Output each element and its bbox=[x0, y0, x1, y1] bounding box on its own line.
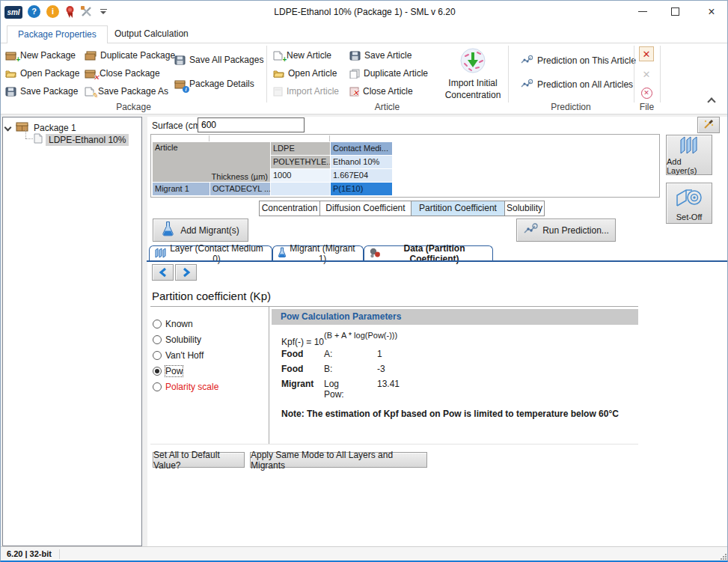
duplicate-article-button[interactable]: Duplicate Article bbox=[349, 66, 428, 81]
open-article-button[interactable]: Open Article bbox=[273, 66, 337, 81]
tab-package-properties[interactable]: Package Properties bbox=[7, 25, 108, 43]
radio-pow-selected[interactable]: Pow bbox=[153, 365, 183, 377]
layer-header-cell[interactable]: LDPE bbox=[271, 142, 330, 155]
divider bbox=[269, 307, 269, 445]
radio-icon[interactable] bbox=[153, 320, 162, 329]
window-close-button[interactable]: × bbox=[703, 4, 721, 20]
ribbon-divider bbox=[266, 46, 267, 103]
title-bar: sml ? i LDPE-Ethanol 10% (Package 1) - S… bbox=[1, 1, 728, 23]
window-minimize-button[interactable] bbox=[638, 11, 647, 12]
nav-forward-button[interactable] bbox=[175, 264, 197, 281]
add-migrants-button[interactable]: Add Migrant(s) bbox=[153, 219, 248, 242]
save-all-icon bbox=[174, 55, 186, 65]
new-article-button[interactable]: + New Article bbox=[273, 48, 331, 63]
app-window: sml ? i LDPE-Ethanol 10% (Package 1) - S… bbox=[0, 0, 728, 562]
radio-solubility[interactable]: Solubility bbox=[153, 334, 201, 346]
pow-note: Note: The estimation of Kpf based on Pow… bbox=[281, 409, 619, 419]
duplicate-package-button[interactable]: Duplicate Package bbox=[85, 48, 175, 63]
contact-name-cell[interactable]: Ethanol 10% bbox=[331, 156, 392, 168]
wizard-button[interactable] bbox=[697, 117, 720, 133]
group-label-prediction: Prediction bbox=[508, 102, 634, 113]
tree-item-article[interactable]: LDPE-Ethanol 10% bbox=[34, 133, 129, 146]
radio-icon-selected[interactable] bbox=[153, 367, 162, 376]
duplicate-page-icon bbox=[349, 69, 360, 79]
kp-heading: Partition coefficient (Kp) bbox=[152, 290, 271, 302]
page-import-icon bbox=[273, 87, 283, 97]
prediction-all-articles-button[interactable]: Prediction on All Articles bbox=[520, 77, 633, 92]
nav-back-button[interactable] bbox=[152, 264, 174, 281]
import-initial-concentration-button[interactable]: Import Initial Concentration bbox=[438, 46, 508, 101]
save-article-button[interactable]: Save Article bbox=[349, 48, 412, 63]
article-page-icon bbox=[34, 133, 43, 146]
layers-icon bbox=[679, 135, 700, 156]
save-package-as-button[interactable]: ✎ Save Package As bbox=[85, 84, 168, 99]
tab-concentration[interactable]: Concentration bbox=[259, 201, 320, 216]
table-corner-cell bbox=[331, 135, 392, 141]
migrant-name-cell[interactable]: Migrant 1 bbox=[153, 183, 209, 195]
subtab-layer[interactable]: Layer (Contact Medium 0) bbox=[149, 245, 272, 261]
contact-volume-cell[interactable]: 1.667E04 bbox=[331, 169, 392, 182]
open-package-button[interactable]: Open Package bbox=[5, 66, 79, 81]
flask-icon bbox=[278, 247, 287, 260]
group-label-package: Package bbox=[1, 102, 266, 113]
window-maximize-button[interactable] bbox=[671, 7, 679, 16]
close-package-button[interactable]: ✕ Close Package bbox=[85, 66, 160, 81]
subtab-data[interactable]: Data (Partition Coefficient) bbox=[364, 245, 493, 261]
tree-expand-icon[interactable] bbox=[4, 124, 12, 132]
save-all-packages-button[interactable]: Save All Packages bbox=[174, 52, 263, 67]
layer-thickness-cell[interactable]: 1000 bbox=[271, 169, 330, 182]
migrant-layer-cell[interactable] bbox=[271, 183, 330, 195]
set-off-button[interactable]: Set-Off bbox=[666, 183, 712, 224]
surface-input[interactable] bbox=[198, 117, 305, 132]
pow-parameters-header: Pow Calculation Parameters bbox=[272, 309, 638, 325]
tree-item-package[interactable]: Package 1 bbox=[5, 121, 76, 134]
ribbon-tab-row: Package Properties Output Calculation × bbox=[1, 23, 728, 43]
tab-partition-coefficient[interactable]: Partition Coefficient bbox=[411, 201, 505, 216]
radio-icon[interactable] bbox=[153, 335, 162, 344]
group-label-article: Article bbox=[266, 102, 508, 113]
prediction-chart-icon bbox=[523, 223, 538, 237]
tree-item-label: Package 1 bbox=[34, 123, 76, 133]
migrant-substance-cell[interactable]: OCTADECYL ... bbox=[210, 183, 270, 195]
file-close-red-icon[interactable]: ✕ bbox=[639, 46, 654, 61]
radio-known[interactable]: Known bbox=[153, 318, 193, 330]
radio-vant-hoff[interactable]: Van't Hoff bbox=[153, 349, 204, 361]
radio-icon[interactable] bbox=[153, 351, 162, 360]
table-corner-cell bbox=[210, 135, 270, 141]
group-label-file: File bbox=[634, 102, 660, 113]
import-article-button: Import Article bbox=[273, 84, 339, 99]
contact-medium-header-cell[interactable]: Contact Medi... bbox=[331, 142, 392, 155]
article-header-cell: Article Thickness (µm) bbox=[153, 142, 270, 182]
save-package-button[interactable]: Save Package bbox=[5, 84, 78, 99]
migrant-partition-cell-selected[interactable]: P(1E10) bbox=[331, 183, 392, 195]
save-icon bbox=[349, 51, 361, 61]
prediction-this-article-button[interactable]: Prediction on This Article bbox=[520, 53, 636, 68]
new-package-button[interactable]: + New Package bbox=[5, 48, 76, 63]
package-details-button[interactable]: i Package Details bbox=[174, 76, 254, 91]
ribbon-divider bbox=[634, 46, 634, 103]
window-title: LDPE-Ethanol 10% (Package 1) - SML v 6.2… bbox=[1, 7, 728, 17]
layer-material-cell[interactable]: POLYETHYLE... bbox=[271, 156, 330, 168]
status-bar: 6.20 | 32-bit bbox=[1, 546, 728, 561]
active-tab-underline bbox=[147, 260, 728, 262]
radio-polarity-scale[interactable]: Polarity scale bbox=[153, 381, 218, 393]
add-layers-button[interactable]: Add Layer(s) bbox=[666, 135, 712, 175]
subtab-migrant[interactable]: Migrant (Migrant 1) bbox=[272, 245, 364, 261]
resize-grip[interactable] bbox=[721, 554, 727, 560]
flask-icon bbox=[162, 221, 174, 239]
apply-same-mode-button[interactable]: Apply Same Mode to All Layers and Migran… bbox=[250, 452, 427, 468]
close-article-button[interactable]: ✕ Close Article bbox=[349, 84, 413, 99]
radio-icon[interactable] bbox=[153, 382, 162, 391]
divider bbox=[150, 444, 638, 445]
ribbon: + New Package Open Package Save Package … bbox=[1, 43, 728, 114]
box-plus-icon: + bbox=[5, 51, 16, 61]
prediction-chart-icon bbox=[520, 55, 533, 67]
set-default-button[interactable]: Set All to Default Value? bbox=[153, 452, 245, 468]
tab-diffusion-coefficient[interactable]: Diffusion Coefficient bbox=[319, 201, 412, 216]
file-abort-circle-icon[interactable]: ✕ bbox=[639, 85, 654, 100]
run-prediction-button[interactable]: Run Prediction... bbox=[516, 219, 616, 242]
ribbon-collapse-icon[interactable] bbox=[707, 97, 715, 106]
tab-output-calculation[interactable]: Output Calculation bbox=[104, 25, 199, 43]
version-status: 6.20 | 32-bit bbox=[7, 549, 52, 558]
tab-solubility[interactable]: Solubility bbox=[504, 201, 545, 216]
